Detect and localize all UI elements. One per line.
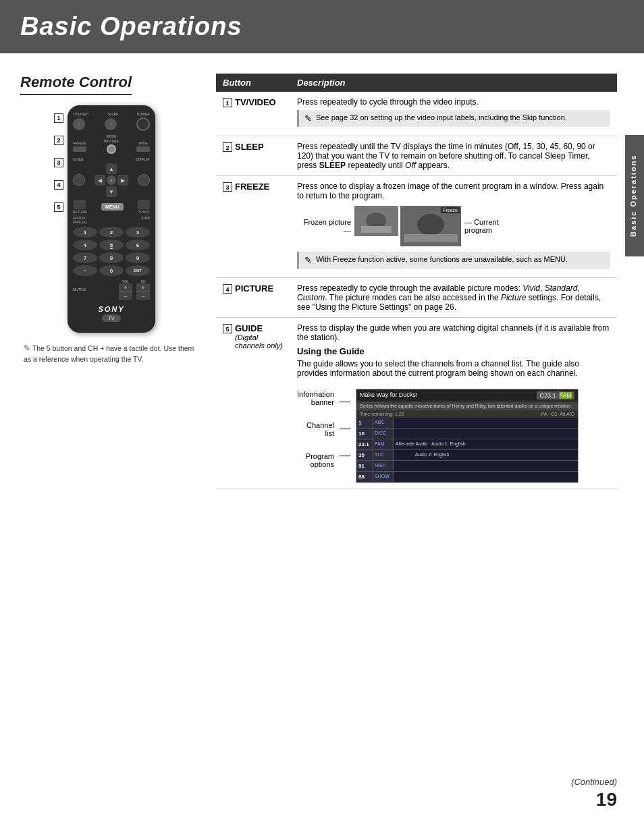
display-btn[interactable] [138, 174, 150, 186]
badge-4: 4 [54, 180, 63, 190]
desc-text-1: Press repeatedly to cycle through the vi… [297, 97, 610, 107]
freeze-btn[interactable] [73, 146, 86, 152]
sleep-btn[interactable]: ☽ [105, 118, 117, 130]
remote-control: TV/VIDEO SLEEP POWER ↕ ☽ MODE [68, 105, 155, 333]
return-btn[interactable] [74, 200, 86, 209]
nav-up[interactable]: ▲ [106, 163, 117, 174]
num-dot[interactable]: · [73, 265, 97, 276]
num-badge-4: 4 [223, 284, 232, 294]
guide-channel-area: 1 ABC 10 DISC [356, 418, 578, 483]
using-guide-title: Using the Guide [297, 346, 610, 356]
current-program-label: — Current program [464, 218, 518, 234]
guide-channel-row: 88 SHOW [356, 472, 578, 483]
nav-down[interactable]: ▼ [106, 186, 117, 197]
guide-diagram: Make Way for Ducks! C23.1 FAM Series fol… [356, 389, 579, 483]
page-header: Basic Operations [0, 0, 644, 53]
guide-channel-row: 10 DISC [356, 429, 578, 439]
svg-rect-2 [361, 226, 392, 233]
page-title: Basic Operations [20, 12, 242, 40]
num-badge-1: 1 [223, 98, 232, 107]
freeze-desc: Press once to display a frozen image of … [297, 182, 610, 200]
using-guide-text: The guide allows you to select the chann… [297, 359, 610, 378]
button-table: Button Description 1 TV/VIDEO Press repe… [216, 74, 617, 489]
freeze-picture-row: FREEZE PICTURE WIDE [73, 139, 150, 154]
vol-minus[interactable]: − [119, 292, 132, 300]
num-4[interactable]: 4 [73, 240, 97, 250]
guide-channel-row: 1 ABC [356, 418, 578, 429]
current-program-thumb: Freeze [400, 206, 461, 246]
digital-jump-row: DIGITAL/ANALOG JUMP [73, 216, 150, 224]
guide-display-row: GUIDE DISPLAY [73, 157, 150, 161]
guide-title-text: Make Way for Ducks! [360, 391, 417, 400]
section-title: Remote Control [20, 74, 132, 95]
guide-channel-row: 51 HIST [356, 461, 578, 472]
table-row: 1 TV/VIDEO Press repeatedly to cycle thr… [216, 92, 617, 136]
freeze-diagram: Frozen picture — [297, 206, 610, 246]
continued-label: (Continued) [571, 777, 617, 787]
freeze-note: ✎ With Freeze function active, some func… [297, 252, 610, 269]
guide-sublabel: (Digitalchannels only) [235, 333, 283, 350]
using-guide-section: Using the Guide The guide allows you to … [297, 346, 610, 378]
num-7[interactable]: 7 [73, 252, 97, 263]
btn-cell-1: 1 TV/VIDEO [216, 92, 290, 136]
guide-time-bar: Time remaining: 1:29 PA CS Alt.A/D [356, 410, 578, 418]
note-icon-1: ✎ [304, 113, 312, 123]
table-row: 5 GUIDE (Digitalchannels only) Press to … [216, 318, 617, 489]
ch-minus[interactable]: − [136, 292, 150, 300]
wide-btn[interactable] [136, 146, 150, 152]
btn-label-2: SLEEP [235, 142, 264, 152]
info-banner-label: Informationbanner [297, 390, 334, 406]
btn-label-4: PICTURE [235, 283, 273, 294]
program-options-label: Programoptions [297, 452, 334, 468]
tip-icon: ✎ [24, 343, 30, 354]
tv-video-btn[interactable]: ↕ [73, 118, 85, 130]
guide-btn[interactable] [73, 174, 85, 186]
note-text-1: See page 32 on setting up the video inpu… [316, 113, 567, 121]
main-content: Remote Control 1 2 3 4 5 TV/VIDEO SLEEP [0, 53, 644, 503]
left-column: Remote Control 1 2 3 4 5 TV/VIDEO SLEEP [20, 74, 203, 489]
table-header-row: Button Description [216, 74, 617, 92]
num-2[interactable]: 2 [99, 227, 124, 238]
number-badges: 1 2 3 4 5 [54, 113, 63, 212]
guide-channel-row: 35 TLC Audio 2: English [356, 450, 578, 461]
num-3[interactable]: 3 [126, 227, 150, 238]
side-label: Basic Operations [625, 135, 644, 256]
nav-ok[interactable]: + [107, 175, 116, 185]
num-badge-3: 3 [223, 182, 232, 192]
num-5[interactable]: 5 [99, 240, 124, 250]
return-tools-row: RETURN MENU TOOLS [73, 200, 150, 214]
badge-3: 3 [54, 158, 63, 167]
frozen-image-svg [354, 206, 398, 236]
freeze-note-icon: ✎ [304, 255, 312, 265]
guide-channel-info: C23.1 FAM [537, 391, 574, 400]
guide-desc: Press to display the guide when you are … [297, 323, 610, 342]
num-badge-2: 2 [223, 142, 232, 152]
freeze-images: Freeze [354, 206, 461, 246]
nav-cluster: ▲ ▼ ◀ ▶ + [95, 163, 128, 197]
btn-label-5: GUIDE [235, 323, 283, 333]
tv-button[interactable]: TV [102, 314, 122, 322]
freeze-note-text: With Freeze function active, some functi… [316, 255, 568, 263]
btn-cell-4: 4 PICTURE [216, 278, 290, 318]
num-1[interactable]: 1 [73, 227, 97, 238]
freeze-badge: Freeze [441, 207, 460, 213]
nav-right[interactable]: ▶ [117, 175, 128, 186]
picture-btn[interactable] [107, 144, 116, 154]
ch-plus[interactable]: + [136, 283, 150, 292]
btn-label-3: FREEZE [235, 182, 269, 192]
num-8[interactable]: 8 [99, 252, 124, 263]
num-6[interactable]: 6 [126, 240, 150, 250]
nav-left[interactable]: ◀ [95, 175, 105, 186]
top-labels: TV/VIDEO SLEEP POWER [73, 112, 150, 116]
num-badge-5: 5 [223, 324, 232, 333]
menu-btn[interactable]: MENU [101, 203, 124, 211]
table-row: 3 FREEZE Press once to display a frozen … [216, 176, 617, 278]
desc-cell-3: Press once to display a frozen image of … [290, 176, 617, 278]
tools-btn[interactable] [138, 200, 150, 209]
frozen-picture-label: Frozen picture — [297, 218, 351, 234]
power-btn[interactable] [136, 117, 150, 131]
num-9[interactable]: 9 [126, 252, 150, 263]
vol-plus[interactable]: + [119, 283, 132, 292]
num-0[interactable]: 0 [99, 265, 124, 276]
num-ent[interactable]: ENT [126, 265, 150, 276]
